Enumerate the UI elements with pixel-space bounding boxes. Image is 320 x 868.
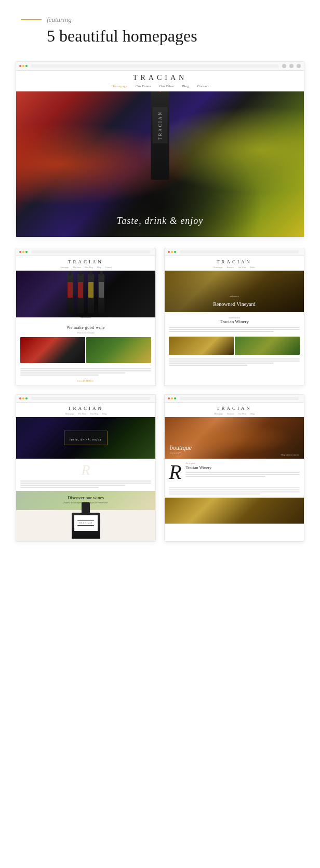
browser-icon-user (289, 64, 294, 68)
nav-4-home[interactable]: Homepage (65, 412, 74, 415)
browser-dots-1 (19, 65, 28, 67)
bottle-label-1 (68, 282, 73, 298)
nav-2-blog2[interactable]: Blog (97, 266, 101, 269)
browser-icon-cart (297, 64, 301, 68)
wine-bottle-hero: TRACIAN (151, 91, 169, 180)
nav-4-store[interactable]: The Store (78, 412, 86, 415)
url-bar-2 (31, 250, 150, 253)
url-bar (31, 64, 278, 68)
site-logo-5: TRACIAN (165, 403, 304, 412)
nav-2-store[interactable]: The Store (73, 266, 81, 269)
bottle-1 (67, 274, 73, 313)
vineyard-image (86, 337, 151, 363)
text-line-1 (20, 368, 151, 369)
browser-chrome-4 (16, 395, 155, 403)
bottle-label-2 (78, 282, 83, 298)
hero-3-title: Renowned Vineyard (213, 301, 256, 307)
dot-red-2 (19, 251, 21, 253)
bottle-3 (88, 274, 94, 313)
hero-image-1: TRACIAN Taste, drink & enjoy (16, 91, 304, 237)
homepage-5-card: TRACIAN Homepage Renown Our Wine Blog bo… (164, 394, 304, 542)
bottle-neck (82, 502, 90, 515)
bottle-brand: TRACIAN (78, 522, 92, 524)
bottle-large: TRACIAN (72, 513, 100, 539)
hero-vineyard: welcome to Renowned Vineyard (165, 271, 304, 312)
boutique-text: boutique winery (170, 444, 192, 455)
label-line-2 (77, 525, 94, 526)
card1-cta[interactable]: READ MORE (16, 380, 155, 385)
nav-link-homepage[interactable]: Homepage (112, 84, 127, 88)
site-nav-2: Homepage The Store Our Blog Blog Contact (16, 266, 155, 271)
dot-green-2 (25, 251, 28, 253)
nav-2-homepage[interactable]: Homepage (60, 266, 69, 269)
wine-pour-image (20, 337, 85, 363)
text-line-4 (20, 375, 99, 376)
nav-5-renown[interactable]: Renown (227, 412, 234, 415)
discover-title: Discover our wines (21, 495, 150, 500)
dot-yellow-4 (22, 397, 24, 399)
nav-5-blog[interactable]: Blog (250, 412, 255, 415)
accent-bar (21, 19, 42, 20)
card1-images (16, 337, 155, 366)
r-pre-5: the original (185, 462, 300, 464)
hist-line-3 (169, 491, 300, 492)
card3-desc (165, 325, 304, 335)
homepage-1-card: TRACIAN Homepage Our Estate Our Wine Blo… (16, 61, 304, 237)
nav-link-wine[interactable]: Our Wine (159, 84, 174, 88)
hero-bottles (16, 271, 155, 317)
nav-3-homepage[interactable]: Homepage (214, 266, 222, 269)
nav-4-blog2[interactable]: Blog (102, 412, 106, 415)
dot-yellow-3 (171, 251, 173, 253)
nav-3-renown[interactable]: Renown (227, 266, 234, 269)
boutique-sub: winery (170, 452, 192, 455)
dot-green (25, 65, 28, 67)
site-logo-2: TRACIAN (16, 256, 155, 266)
hero-3-text: welcome to Renowned Vineyard (165, 295, 304, 308)
url-bar-4 (31, 397, 150, 400)
nav-4-blog[interactable]: Our Blog (90, 412, 98, 415)
c4-t4 (20, 487, 99, 488)
card3-images (165, 335, 304, 357)
dot-green-4 (25, 397, 28, 399)
card1-text (16, 366, 155, 380)
card1-sub2: Wine in the everyday (16, 331, 155, 337)
hero-4: taste, drink, enjoy (16, 417, 155, 459)
bottle-label-4 (99, 282, 104, 298)
nav-link-blog[interactable]: Blog (182, 84, 189, 88)
r-line-3 (185, 476, 265, 477)
nav-2-blog[interactable]: Our Blog (85, 266, 93, 269)
nav-3-wine[interactable]: Our Wine (238, 266, 246, 269)
site-nav-4: Homepage The Store Our Blog Blog (16, 412, 155, 417)
bottle-2 (77, 274, 84, 313)
homepage-4-card: TRACIAN Homepage The Store Our Blog Blog… (16, 394, 156, 542)
label-line-1 (77, 520, 94, 521)
card3-text-block (165, 357, 304, 369)
tb-line-1 (169, 358, 300, 359)
browser-icons (282, 64, 301, 68)
browser-dots-5 (168, 397, 176, 399)
nav-5-wine[interactable]: Our Wine (238, 412, 247, 415)
nav-link-estate[interactable]: Our Estate (136, 84, 151, 88)
dot-yellow-5 (171, 397, 173, 399)
bottle-4 (98, 274, 104, 313)
history-section (165, 486, 304, 498)
nav-2-contact[interactable]: Contact (105, 266, 112, 269)
hero-3-pre: welcome to (165, 295, 304, 298)
hist-line-1 (169, 487, 300, 488)
card1-divider (81, 317, 91, 318)
homepage-2-card: TRACIAN Homepage The Store Our Blog Blog… (16, 248, 156, 386)
nav-3-links[interactable]: Links (250, 266, 255, 269)
browser-dots-4 (19, 397, 28, 399)
cards-grid-row2: TRACIAN Homepage The Store Our Blog Blog… (16, 394, 304, 542)
card4-text (16, 479, 155, 491)
r-logo-5: R (169, 462, 181, 483)
website-5-content: TRACIAN Homepage Renown Our Wine Blog bo… (165, 403, 304, 524)
browser-chrome-3 (165, 248, 304, 256)
browser-chrome-1 (16, 62, 304, 71)
nav-5-home[interactable]: Homepage (214, 412, 223, 415)
tb-line-3 (169, 363, 274, 364)
desc-line-3 (169, 331, 274, 332)
featuring-label: featuring (47, 16, 72, 24)
nav-link-contact[interactable]: Contact (197, 84, 209, 88)
dot-red-4 (19, 397, 21, 399)
